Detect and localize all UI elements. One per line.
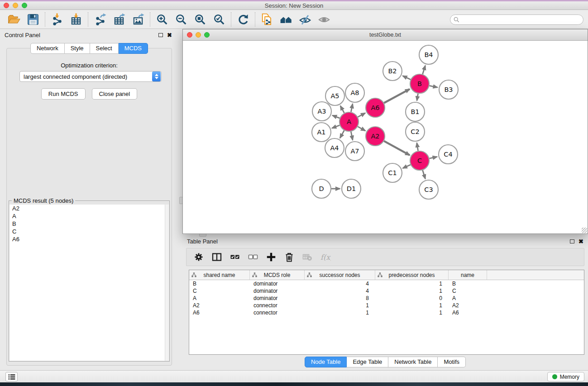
close-panel-button[interactable]: Close panel [92, 88, 138, 100]
node-B4[interactable]: B4 [419, 45, 438, 64]
houses-button[interactable] [277, 11, 296, 28]
result-scrollbar[interactable] [165, 205, 169, 361]
tab-mcds[interactable]: MCDS [119, 43, 148, 54]
close-window-button[interactable] [4, 3, 9, 8]
columns-button[interactable] [209, 250, 225, 264]
node-C[interactable]: C [410, 151, 429, 170]
clear-checkboxes-button[interactable] [245, 250, 261, 264]
search-input[interactable] [459, 15, 583, 24]
column-header-MCDS-role[interactable]: MCDS role [250, 270, 305, 280]
node-A5[interactable]: A5 [325, 86, 344, 105]
node-D1[interactable]: D1 [342, 179, 361, 198]
trash-button[interactable] [282, 250, 297, 264]
node-A7[interactable]: A7 [345, 142, 364, 161]
memory-button[interactable]: Memory [547, 372, 584, 381]
edge-A-A8[interactable] [351, 104, 353, 112]
edge-A-A6[interactable] [358, 113, 365, 117]
edge-A-A1[interactable] [332, 125, 339, 128]
table-row-A2[interactable]: A2connector11A2 [189, 302, 584, 309]
import-table-button[interactable] [67, 11, 86, 28]
edge-A-A5[interactable] [340, 106, 344, 113]
tab-select[interactable]: Select [90, 43, 119, 54]
network-zoom-button[interactable] [204, 32, 210, 38]
edge-C-C2[interactable] [417, 143, 418, 151]
export-network-button[interactable] [91, 11, 110, 28]
edge-A6-B[interactable] [384, 89, 410, 103]
node-C2[interactable]: C2 [406, 122, 425, 141]
mcds-result-item[interactable]: B [10, 220, 169, 228]
tab-network[interactable]: Network [30, 43, 65, 54]
edge-A-A3[interactable] [332, 115, 339, 118]
node-A[interactable]: A [339, 112, 359, 131]
edge-A-A7[interactable] [351, 132, 353, 140]
edge-B-B3[interactable] [430, 86, 438, 87]
table-row-B[interactable]: Bdominator41B [189, 280, 584, 287]
close-panel-icon[interactable]: ✖ [167, 32, 172, 38]
criterion-dropdown[interactable]: largest connected component (directed) [19, 71, 162, 82]
edge-C-C4[interactable] [429, 157, 437, 158]
edge-C-C3[interactable] [423, 170, 425, 179]
save-session-button[interactable] [24, 11, 43, 28]
edge-B-B4[interactable] [423, 66, 425, 74]
task-history-button[interactable] [5, 372, 18, 381]
table-row-A[interactable]: Adominator80A [189, 295, 584, 302]
node-B[interactable]: B [410, 74, 429, 93]
refresh-button[interactable] [234, 11, 253, 28]
float-panel-icon[interactable] [158, 33, 163, 37]
column-header-name[interactable]: name [449, 270, 487, 280]
table-tab-edge-table[interactable]: Edge Table [347, 357, 388, 367]
tab-style[interactable]: Style [65, 43, 90, 54]
eye-button[interactable] [315, 11, 334, 28]
run-mcds-button[interactable]: Run MCDS [41, 88, 86, 100]
column-header-shared-name[interactable]: shared name [189, 270, 250, 280]
export-table-button[interactable] [110, 11, 129, 28]
node-D[interactable]: D [312, 179, 331, 198]
window-resize-grip[interactable] [582, 228, 587, 233]
edge-A2-C[interactable] [384, 141, 410, 155]
node-A8[interactable]: A8 [345, 83, 364, 102]
gear-button[interactable] [191, 250, 206, 264]
node-B3[interactable]: B3 [439, 80, 458, 99]
node-A2[interactable]: A2 [366, 127, 385, 146]
network-minimize-button[interactable] [196, 32, 201, 38]
minimize-window-button[interactable] [13, 3, 18, 8]
node-A4[interactable]: A4 [325, 138, 344, 157]
node-C4[interactable]: C4 [439, 145, 458, 164]
node-A3[interactable]: A3 [312, 102, 331, 121]
table-close-panel-icon[interactable]: ✖ [578, 238, 583, 244]
node-B1[interactable]: B1 [406, 102, 425, 121]
zoom-fit-button[interactable] [191, 11, 210, 28]
zoom-selected-button[interactable] [210, 11, 229, 28]
select-all-checkboxes-button[interactable] [227, 250, 243, 264]
mcds-result-item[interactable]: A6 [10, 235, 169, 243]
table-float-panel-icon[interactable] [570, 239, 574, 243]
table-tab-motifs[interactable]: Motifs [438, 357, 466, 367]
eye-slash-button[interactable] [296, 11, 315, 28]
edge-A-A4[interactable] [340, 130, 344, 138]
column-header-predecessor-nodes[interactable]: predecessor nodes [375, 270, 449, 280]
edge-B-B2[interactable] [403, 76, 411, 80]
network-close-button[interactable] [187, 32, 192, 38]
open-session-folder-button[interactable] [5, 11, 24, 28]
node-B2[interactable]: B2 [383, 62, 402, 81]
mcds-result-item[interactable]: C [10, 228, 169, 235]
network-canvas[interactable]: AA1A2A3A4A5A6A7A8BB1B2B3B4CC1C2C3C4DD1 [183, 41, 588, 234]
node-A1[interactable]: A1 [312, 123, 331, 142]
node-C1[interactable]: C1 [383, 163, 402, 182]
mcds-result-item[interactable]: A2 [10, 205, 169, 212]
import-network-button[interactable] [48, 11, 67, 28]
table-row-A6[interactable]: A6connector11A6 [189, 309, 584, 316]
table-tab-node-table[interactable]: Node Table [305, 357, 347, 367]
mcds-result-item[interactable]: A [10, 212, 169, 220]
table-tab-network-table[interactable]: Network Table [388, 357, 438, 367]
search-field[interactable] [450, 14, 583, 25]
zoom-in-button[interactable] [153, 11, 172, 28]
export-image-button[interactable] [129, 11, 148, 28]
zoom-out-button[interactable] [172, 11, 191, 28]
clone-network-button[interactable] [258, 11, 277, 28]
edge-B-B1[interactable] [417, 94, 418, 101]
edge-A-A2[interactable] [358, 127, 365, 131]
edge-C-C1[interactable] [403, 165, 411, 168]
add-button[interactable] [263, 250, 279, 264]
node-C3[interactable]: C3 [419, 180, 438, 199]
